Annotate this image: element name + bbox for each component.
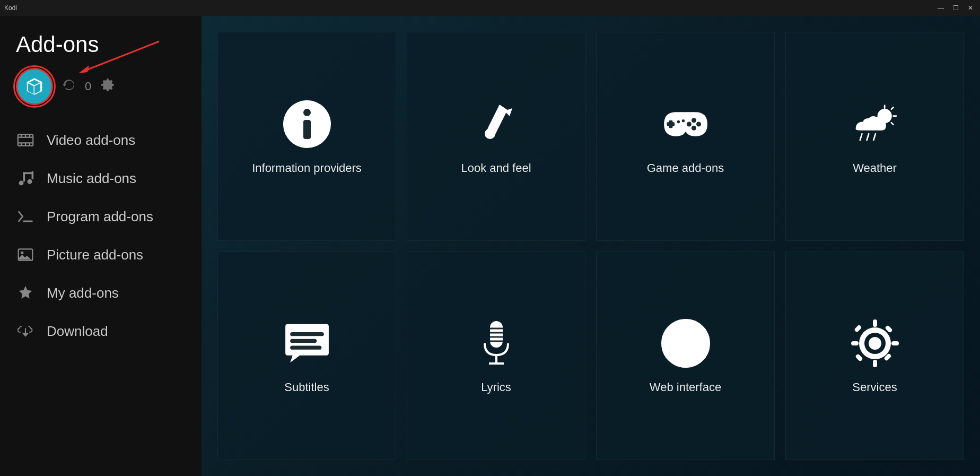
svg-line-34	[891, 107, 893, 109]
svg-rect-41	[290, 339, 317, 343]
app-container: Add-ons	[0, 16, 980, 476]
tile-label-lyrics: Lyrics	[481, 380, 511, 394]
header-icons: 0	[16, 68, 186, 105]
tile-subtitles[interactable]: Subtitles	[217, 252, 396, 461]
svg-rect-59	[854, 325, 862, 333]
subtitles-icon	[281, 317, 334, 370]
svg-rect-25	[667, 122, 675, 126]
sidebar-label-download: Download	[47, 323, 108, 340]
tile-weather[interactable]: Weather	[785, 32, 964, 241]
svg-rect-43	[490, 321, 503, 348]
svg-line-36	[891, 123, 893, 125]
svg-line-37	[860, 134, 862, 140]
tile-label-information: Information providers	[252, 161, 362, 175]
sidebar-label-video: Video add-ons	[47, 132, 135, 149]
svg-point-26	[691, 118, 696, 123]
svg-rect-58	[891, 341, 899, 345]
install-icon-wrapper	[16, 68, 53, 105]
svg-rect-55	[873, 319, 877, 327]
sidebar: Add-ons	[0, 16, 202, 476]
restore-button[interactable]: ❐	[950, 4, 961, 12]
weather-icon	[848, 98, 902, 151]
music-icon	[16, 169, 35, 188]
page-title: Add-ons	[16, 32, 186, 57]
sidebar-header: Add-ons	[0, 27, 202, 121]
svg-line-38	[867, 134, 869, 140]
window-controls: — ❐ ✕	[935, 4, 976, 12]
tile-label-game: Game add-ons	[647, 161, 724, 175]
svg-point-31	[681, 119, 684, 122]
svg-rect-15	[23, 172, 34, 174]
tile-label-look: Look and feel	[461, 161, 531, 175]
package-icon	[24, 76, 45, 97]
svg-rect-61	[855, 353, 863, 362]
svg-point-11	[19, 180, 24, 185]
update-count: 0	[85, 80, 91, 93]
minimize-button[interactable]: —	[935, 4, 946, 12]
window-title: Kodi	[4, 4, 17, 12]
sidebar-item-program[interactable]: Program add-ons	[0, 197, 202, 236]
tile-look[interactable]: Look and feel	[407, 32, 585, 241]
svg-rect-56	[873, 360, 877, 367]
titlebar: Kodi — ❐ ✕	[0, 0, 980, 16]
svg-point-17	[21, 252, 23, 254]
svg-point-27	[696, 122, 701, 126]
svg-point-12	[28, 179, 32, 184]
svg-point-22	[485, 128, 495, 139]
program-icon	[16, 207, 35, 226]
sidebar-item-my-addons[interactable]: My add-ons	[0, 274, 202, 312]
tile-label-weather: Weather	[853, 161, 897, 175]
mic-icon	[470, 317, 523, 370]
sidebar-label-music: Music add-ons	[47, 170, 136, 187]
services-icon	[848, 317, 902, 370]
tile-label-services: Services	[852, 380, 897, 394]
game-icon	[659, 98, 712, 151]
svg-rect-40	[290, 332, 324, 336]
info-circle-icon	[281, 98, 334, 151]
svg-rect-42	[290, 346, 321, 350]
svg-point-20	[303, 109, 311, 116]
sidebar-label-picture: Picture add-ons	[47, 247, 143, 263]
sidebar-label-program: Program add-ons	[47, 209, 153, 225]
tile-services[interactable]: Services	[785, 252, 964, 461]
refresh-icon[interactable]	[62, 77, 76, 96]
main-content: Information providers Look and feel	[202, 16, 980, 476]
sidebar-label-my-addons: My add-ons	[47, 285, 119, 301]
film-icon	[16, 131, 35, 150]
sidebar-item-video[interactable]: Video add-ons	[0, 121, 202, 159]
download-icon	[16, 322, 35, 341]
tile-information[interactable]: Information providers	[217, 32, 396, 241]
svg-point-30	[677, 120, 679, 123]
sidebar-item-picture[interactable]: Picture add-ons	[0, 236, 202, 274]
svg-marker-1	[78, 65, 89, 73]
tile-label-web: Web interface	[650, 380, 721, 394]
look-icon	[470, 98, 523, 151]
install-from-zip-button[interactable]	[16, 68, 53, 105]
sidebar-item-download[interactable]: Download	[0, 312, 202, 350]
tile-label-subtitles: Subtitles	[284, 380, 329, 394]
sidebar-item-music[interactable]: Music add-ons	[0, 159, 202, 197]
settings-icon[interactable]	[100, 77, 116, 97]
svg-point-29	[691, 125, 696, 130]
my-addons-icon	[16, 283, 35, 302]
svg-rect-21	[303, 120, 311, 139]
svg-line-39	[873, 134, 876, 140]
picture-icon	[16, 245, 35, 264]
tile-lyrics[interactable]: Lyrics	[407, 252, 585, 461]
svg-point-28	[686, 122, 691, 126]
tile-game[interactable]: Game add-ons	[596, 32, 775, 241]
tile-web[interactable]: Web interface	[596, 252, 775, 461]
close-button[interactable]: ✕	[965, 4, 976, 12]
svg-rect-57	[851, 341, 859, 345]
web-icon	[659, 317, 712, 370]
